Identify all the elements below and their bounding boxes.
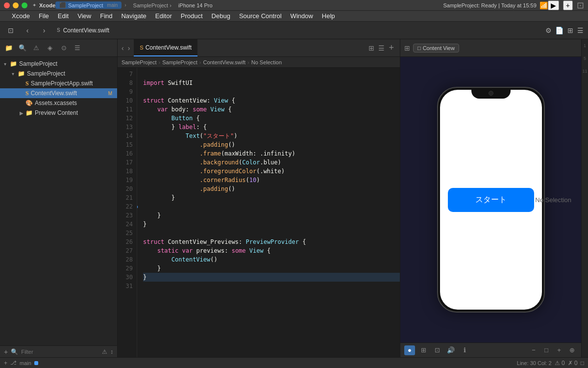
sidebar-breakpoints-btn[interactable]: ⊙ — [58, 42, 70, 54]
sidebar-reports-btn[interactable]: ☰ — [72, 42, 83, 54]
split-editor-btn[interactable]: ⊞ — [367, 39, 376, 56]
source-control-btn[interactable]: ⎇ — [10, 360, 17, 366]
code-line[interactable]: struct ContentView: View { — [143, 96, 400, 105]
start-button[interactable]: スタート — [448, 188, 534, 212]
tab-content-view[interactable]: S ContentView.swift — [134, 39, 197, 56]
add-tab-btn[interactable]: + — [387, 39, 396, 56]
sidebar-item-assets[interactable]: 🎨Assets.xcassets — [0, 98, 117, 108]
filter-input[interactable] — [21, 349, 99, 355]
code-line[interactable]: var body: some View { — [143, 105, 400, 114]
sidebar-item-app-swift[interactable]: SSampleProjectApp.swift — [0, 79, 117, 88]
menu-item-source-control[interactable]: Source Control — [235, 12, 286, 20]
preview-title-button[interactable]: □ Content View — [413, 44, 459, 53]
menu-item-product[interactable]: Product — [177, 12, 207, 20]
menu-item-find[interactable]: Find — [96, 12, 116, 20]
sidebar-item-content-view[interactable]: SContentView.swiftM — [0, 88, 117, 98]
code-line[interactable]: .frame(maxWidth: .infinity) — [143, 149, 400, 158]
sidebar-toggle[interactable]: ⊡ — [4, 25, 18, 36]
preview-grid-view-btn[interactable]: ⊞ — [418, 345, 429, 355]
preview-info-btn[interactable]: ℹ — [459, 345, 470, 355]
code-editor[interactable]: 7891011121314151617181920212223242526272… — [118, 68, 400, 357]
code-line[interactable]: } label: { — [143, 123, 400, 131]
code-line[interactable]: } — [143, 264, 400, 273]
nav-back[interactable]: ‹ — [21, 25, 34, 36]
sidebar-item-project-root[interactable]: ▾📁SampleProject — [0, 59, 117, 69]
menu-item-file[interactable]: File — [35, 12, 53, 20]
add-file-btn[interactable]: 📄 — [555, 25, 564, 36]
add-panel-button[interactable]: + — [563, 0, 573, 10]
code-line[interactable]: } — [143, 211, 400, 220]
sidebar-sort-btn[interactable]: ↕ — [110, 348, 113, 355]
play-button[interactable]: ▶ — [548, 0, 559, 10]
breadcrumb-file[interactable]: ContentView.swift — [203, 59, 245, 65]
code-line[interactable] — [143, 202, 400, 211]
minimize-button[interactable] — [13, 2, 19, 8]
sidebar-search-btn[interactable]: 🔍 — [17, 42, 28, 54]
breadcrumb-project[interactable]: SampleProject — [122, 59, 157, 65]
menu-item-editor[interactable]: Editor — [151, 12, 176, 20]
add-file-footer-btn[interactable]: + — [4, 348, 8, 356]
code-line[interactable]: struct ContentView_Previews: PreviewProv… — [143, 237, 400, 246]
editor-options-btn[interactable]: ⚙ — [545, 25, 552, 36]
inspector-toggle[interactable]: ⊡ — [577, 0, 584, 11]
code-line[interactable]: } — [143, 193, 400, 202]
preview-list-view-btn[interactable]: ⊡ — [432, 345, 442, 355]
breadcrumb-folder[interactable]: SampleProject — [162, 59, 197, 65]
zoom-fit-btn[interactable]: □ — [541, 345, 552, 355]
code-line[interactable]: .padding() — [143, 184, 400, 193]
code-line[interactable]: import SwiftUI — [143, 79, 400, 87]
code-line[interactable]: Button { — [143, 114, 400, 123]
sidebar-item-preview[interactable]: ▶📁Preview Content — [0, 108, 117, 118]
code-line[interactable] — [143, 229, 400, 237]
preview-grid-btn[interactable]: ⊞ — [404, 44, 410, 52]
code-line[interactable]: static var previews: some View { — [143, 246, 400, 255]
sidebar-tests-btn[interactable]: ◈ — [44, 42, 56, 54]
warnings-btn[interactable]: ⚠ 0 — [555, 360, 565, 367]
view-options-btn[interactable]: ☰ — [577, 25, 584, 36]
add-bottom-btn[interactable]: + — [4, 360, 7, 367]
code-content[interactable]: import SwiftUI struct ContentView: View … — [137, 68, 400, 357]
menu-item-debug[interactable]: Debug — [208, 12, 234, 20]
code-line[interactable]: .padding() — [143, 140, 400, 149]
preview-play-btn[interactable]: ● — [404, 345, 415, 355]
breadcrumb-selection[interactable]: No Selection — [251, 59, 282, 65]
menu-item-help[interactable]: Help — [318, 12, 339, 20]
code-line[interactable]: .background(Color.blue) — [143, 158, 400, 167]
menu-item-view[interactable]: View — [74, 12, 95, 20]
menu-item-xcode[interactable]: Xcode — [8, 12, 34, 20]
code-line[interactable]: Text("スタート") — [143, 131, 400, 140]
code-line[interactable] — [143, 87, 400, 96]
code-line[interactable]: .foregroundColor(.white) — [143, 167, 400, 176]
code-line[interactable]: .cornerRadius(10) — [143, 176, 400, 184]
device-name[interactable]: iPhone 14 Pro — [178, 2, 213, 8]
code-line[interactable]: ContentView() — [143, 255, 400, 264]
tab-forward-btn[interactable]: › — [128, 39, 130, 56]
zoom-full-btn[interactable]: ⊕ — [566, 345, 577, 355]
zoom-out-btn[interactable]: − — [528, 345, 539, 355]
inspector-toggle-btn[interactable]: ⊞ — [566, 25, 574, 36]
close-button[interactable] — [4, 2, 10, 8]
code-line[interactable] — [143, 70, 400, 79]
code-line[interactable]: } — [143, 220, 400, 229]
nav-forward[interactable]: › — [37, 25, 51, 36]
sidebar-item-project-folder[interactable]: ▾📁SampleProject — [0, 69, 117, 79]
maximize-button[interactable] — [22, 2, 27, 8]
errors-btn[interactable]: ✗ 0 — [568, 360, 578, 367]
tab-back-btn[interactable]: ‹ — [122, 39, 124, 56]
layout-btn[interactable]: □ — [581, 360, 584, 367]
sidebar-files-btn[interactable]: 📁 — [3, 42, 15, 54]
code-line[interactable] — [143, 282, 400, 290]
sidebar-warning-btn[interactable]: ⚠ — [102, 348, 107, 355]
project-pill[interactable]: ⬛ SampleProject main — [55, 1, 122, 9]
menu-item-window[interactable]: Window — [287, 12, 317, 20]
sidebar-issues-btn[interactable]: ⚠ — [30, 42, 42, 54]
menu-item-edit[interactable]: Edit — [54, 12, 73, 20]
menu-item-navigate[interactable]: Navigate — [117, 12, 150, 20]
editor-menu-btn[interactable]: ☰ — [376, 39, 387, 56]
statusbar-left: + ⎇ main — [4, 360, 38, 367]
device-breadcrumb[interactable]: SampleProject › — [129, 2, 175, 9]
preview-audio-btn[interactable]: 🔊 — [445, 345, 456, 355]
statusbar: + ⎇ main Line: 30 Col: 2 ⚠ 0 ✗ 0 □ — [0, 357, 588, 368]
zoom-in-btn[interactable]: + — [554, 345, 564, 355]
code-line[interactable]: } — [143, 273, 400, 282]
